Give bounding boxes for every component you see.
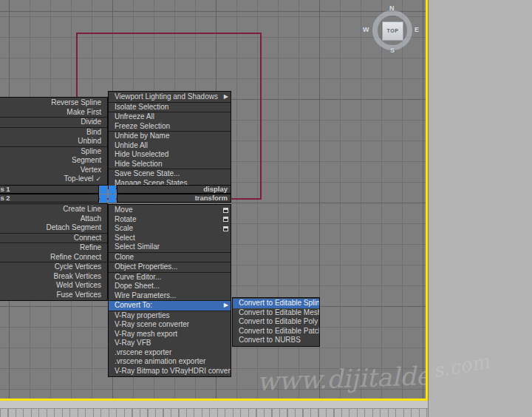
menu-item-spline[interactable]: Spline <box>0 147 107 157</box>
menu-item-label: Unfreeze All <box>115 112 154 121</box>
time-slider-bar[interactable] <box>0 401 428 409</box>
settings-box-icon[interactable] <box>223 208 228 213</box>
menu-item-label: Convert to Editable Poly <box>239 317 318 325</box>
menu-item-label: Hide Unselected <box>115 150 168 158</box>
menu-item-label: V-Ray properties <box>115 311 169 319</box>
menu-item-v-ray-properties[interactable]: V-Ray properties <box>109 311 231 321</box>
quad-indicator-icon <box>100 194 107 203</box>
menu-item-fuse-vertices[interactable]: Fuse Vertices <box>0 291 107 300</box>
menu-item-refine-connect[interactable]: Refine Connect <box>0 253 107 262</box>
menu-item-viewport-lighting-and-shadows[interactable]: Viewport Lighting and Shadows▶ <box>109 92 231 102</box>
menu-item-weld-vertices[interactable]: Weld Vertices <box>0 281 107 291</box>
quad-menu-display: Viewport Lighting and Shadows▶Isolate Se… <box>108 91 231 189</box>
menu-item-connect[interactable]: Connect <box>0 234 107 243</box>
menu-item-unbind[interactable]: Unbind <box>0 137 107 146</box>
menu-item-divide[interactable]: Divide <box>0 118 107 127</box>
menu-item-label: V-Ray Bitmap to VRayHDRI converter <box>115 367 231 375</box>
quad-title-display: display <box>117 185 231 194</box>
menu-item-label: Create Line <box>63 205 101 213</box>
menu-item-label: Clone <box>115 253 134 261</box>
menu-item-label: Move <box>115 206 132 214</box>
menu-item-label: Attach <box>81 214 101 223</box>
menu-item-label: Viewport Lighting and Shadows <box>115 92 218 101</box>
menu-item-label: Refine <box>80 243 101 251</box>
menu-item-attach[interactable]: Attach <box>0 214 107 224</box>
menu-item-top-level[interactable]: Top-level✓ <box>0 174 107 184</box>
menu-item-convert-to-editable-patch[interactable]: Convert to Editable Patch <box>233 327 319 336</box>
settings-box-icon[interactable] <box>223 217 228 222</box>
menu-item-label: Top-level <box>64 174 93 183</box>
menu-item-segment[interactable]: Segment <box>0 156 107 166</box>
menu-item-label: Object Properties... <box>115 262 178 271</box>
command-panel: s.com <box>428 0 532 417</box>
menu-item-label: Convert to Editable Patch <box>239 327 319 335</box>
menu-item-convert-to-editable-mesh[interactable]: Convert to Editable Mesh <box>233 308 319 318</box>
menu-item-dope-sheet[interactable]: Dope Sheet... <box>109 282 231 291</box>
menu-item-hide-selection[interactable]: Hide Selection <box>109 160 231 169</box>
menu-item-label: Detach Segment <box>47 223 102 231</box>
convert-to-submenu: Convert to Editable SplineConvert to Edi… <box>232 297 320 347</box>
menu-item-freeze-selection[interactable]: Freeze Selection <box>109 122 231 132</box>
menu-item-convert-to-nurbs[interactable]: Convert to NURBS <box>233 336 319 345</box>
menu-item-refine[interactable]: Refine <box>0 243 107 253</box>
menu-item-v-ray-mesh-export[interactable]: V-Ray mesh export <box>109 330 231 339</box>
menu-item-scale[interactable]: Scale <box>109 224 231 234</box>
menu-item-label: Curve Editor... <box>115 273 161 281</box>
menu-item-detach-segment[interactable]: Detach Segment <box>0 223 107 233</box>
menu-item-break-vertices[interactable]: Break Vertices <box>0 272 107 282</box>
menu-item-label: Hide Selection <box>115 160 162 168</box>
menu-item-v-ray-vfb[interactable]: V-Ray VFB <box>109 339 231 348</box>
menu-item-vertex[interactable]: Vertex <box>0 166 107 175</box>
menu-item-rotate[interactable]: Rotate <box>109 215 231 225</box>
menu-item-label: Freeze Selection <box>115 122 170 130</box>
menu-item-unhide-by-name[interactable]: Unhide by Name <box>109 132 231 141</box>
menu-item-label: Unhide All <box>115 141 148 149</box>
menu-item-object-properties[interactable]: Object Properties... <box>109 262 231 272</box>
viewcube-north-label: N <box>389 4 395 12</box>
menu-item-label: Refine Connect <box>50 253 101 261</box>
menu-item-isolate-selection[interactable]: Isolate Selection <box>109 103 231 112</box>
settings-box-icon[interactable] <box>223 226 228 231</box>
menu-item-label: Break Vertices <box>54 272 101 280</box>
menu-item-move[interactable]: Move <box>109 206 231 215</box>
menu-item-label: Make First <box>66 108 101 116</box>
menu-item-bind[interactable]: Bind <box>0 128 107 138</box>
menu-item-select[interactable]: Select <box>109 234 231 243</box>
quad-indicator-icon <box>100 186 107 194</box>
menu-item-save-scene-state[interactable]: Save Scene State... <box>109 169 231 179</box>
viewcube-south-label: S <box>390 47 395 54</box>
menu-item-hide-unselected[interactable]: Hide Unselected <box>109 150 231 160</box>
menu-item-unhide-all[interactable]: Unhide All <box>109 141 231 151</box>
menu-item-vrscene-animation-exporter[interactable]: .vrscene animation exporter <box>109 357 231 367</box>
menu-item-label: Cycle Vertices <box>55 262 101 271</box>
watermark-fragment: s.com <box>432 350 491 382</box>
quad-indicator-icon <box>109 194 116 203</box>
viewcube-top-face[interactable]: TOP <box>382 21 403 41</box>
menu-item-convert-to[interactable]: Convert To:▶ <box>109 301 231 311</box>
menu-item-v-ray-scene-converter[interactable]: V-Ray scene converter <box>109 320 231 330</box>
menu-item-make-first[interactable]: Make First <box>0 108 107 118</box>
viewcube-west-label: W <box>363 26 369 33</box>
menu-item-label: .vrscene animation exporter <box>115 357 205 365</box>
check-icon: ✓ <box>95 175 101 183</box>
menu-item-convert-to-editable-spline[interactable]: Convert to Editable Spline <box>233 299 319 308</box>
menu-item-label: Dope Sheet... <box>115 282 160 290</box>
menu-item-wire-parameters[interactable]: Wire Parameters... <box>109 291 231 301</box>
menu-item-select-similar[interactable]: Select Similar <box>109 243 231 252</box>
menu-item-create-line[interactable]: Create Line <box>0 205 107 214</box>
quad-title-tools1: tools 1 <box>0 185 99 194</box>
track-bar-ticks[interactable] <box>0 409 428 417</box>
menu-item-label: Spline <box>81 147 101 155</box>
menu-item-v-ray-bitmap-to-vrayhdri-converter[interactable]: V-Ray Bitmap to VRayHDRI converter <box>109 367 231 376</box>
menu-item-cycle-vertices[interactable]: Cycle Vertices <box>0 262 107 272</box>
menu-item-clone[interactable]: Clone <box>109 253 231 262</box>
menu-item-label: Unbind <box>78 137 101 145</box>
menu-item-label: Convert To: <box>115 301 152 309</box>
submenu-arrow-icon: ▶ <box>224 301 228 311</box>
menu-item-reverse-spline[interactable]: Reverse Spline <box>0 98 107 108</box>
menu-item-vrscene-exporter[interactable]: .vrscene exporter <box>109 348 231 358</box>
menu-item-convert-to-editable-poly[interactable]: Convert to Editable Poly <box>233 317 319 327</box>
menu-item-curve-editor[interactable]: Curve Editor... <box>109 273 231 282</box>
menu-item-unfreeze-all[interactable]: Unfreeze All <box>109 112 231 122</box>
menu-item-label: Unhide by Name <box>115 132 169 140</box>
